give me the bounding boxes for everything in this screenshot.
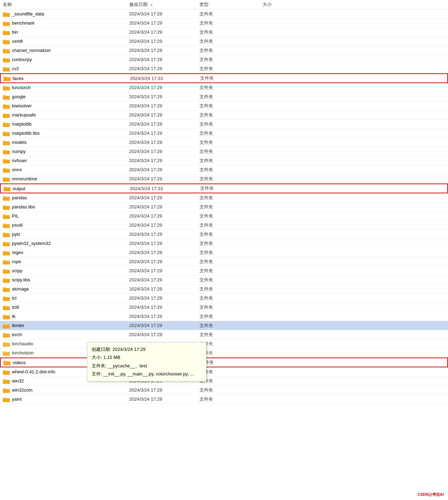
file-name-cell: yaml xyxy=(3,396,129,402)
file-date: 2024/3/24 17:29 xyxy=(129,396,199,402)
file-date: 2024/3/24 17:29 xyxy=(129,176,199,181)
table-row[interactable]: faces2024/3/24 17:33文件夹 xyxy=(0,73,448,83)
table-row[interactable]: win322024/3/24 17:29文件夹 xyxy=(0,376,448,386)
file-name-cell: onnx xyxy=(3,167,129,173)
table-row[interactable]: benchmark2024/3/24 17:29文件夹 xyxy=(0,19,448,28)
table-row[interactable]: tk2024/3/24 17:29文件夹 xyxy=(0,312,448,321)
table-row[interactable]: contourpy2024/3/24 17:29文件夹 xyxy=(0,55,448,64)
col-size-label: 大小 xyxy=(263,2,272,7)
file-name: win32 xyxy=(12,378,24,384)
file-name: contourpy xyxy=(12,57,32,62)
svg-rect-166 xyxy=(3,389,10,393)
file-name-cell: rope xyxy=(3,259,129,265)
svg-rect-91 xyxy=(3,214,6,215)
file-date: 2024/3/24 17:29 xyxy=(129,11,199,16)
table-row[interactable]: _soundfile_data2024/3/24 17:29文件夹 xyxy=(0,9,448,19)
svg-rect-70 xyxy=(3,169,10,173)
file-date: 2024/3/24 17:29 xyxy=(129,94,199,99)
file-type: 文件夹 xyxy=(199,38,263,45)
table-row[interactable]: skimage2024/3/24 17:29文件夹 xyxy=(0,285,448,294)
file-type: 文件夹 xyxy=(200,75,263,81)
file-type: 文件夹 xyxy=(199,231,263,238)
file-name: torchvision xyxy=(12,350,34,355)
table-row[interactable]: scipy.libs2024/3/24 17:29文件夹 xyxy=(0,275,448,285)
file-date: 2024/3/24 17:33 xyxy=(130,76,200,81)
folder-icon xyxy=(3,222,10,228)
folder-icon xyxy=(3,48,10,53)
table-row[interactable]: nvfuser2024/3/24 17:29文件夹 xyxy=(0,156,448,165)
file-name-cell: pandas xyxy=(3,195,129,201)
table-row[interactable]: numpy2024/3/24 17:29文件夹 xyxy=(0,147,448,156)
table-row[interactable]: tcl2024/3/24 17:29文件夹 xyxy=(0,294,448,303)
table-row[interactable]: torchaudio2024/3/24 17:29文件夹 xyxy=(0,339,448,348)
table-row[interactable]: matplotlib.libs2024/3/24 17:29文件夹 xyxy=(0,129,448,138)
table-row[interactable]: wheel-0.41.2.dist-info2024/3/24 17:29文件夹 xyxy=(0,367,448,376)
file-type: 文件夹 xyxy=(199,103,263,109)
table-row[interactable]: pandas2024/3/24 17:29文件夹 xyxy=(0,193,448,202)
svg-rect-10 xyxy=(3,31,10,35)
table-row[interactable]: models2024/3/24 17:29文件夹 xyxy=(0,138,448,147)
table-row[interactable]: PIL2024/3/24 17:29文件夹 xyxy=(0,212,448,221)
svg-rect-123 xyxy=(3,287,6,288)
file-name: faces xyxy=(13,76,24,81)
table-row[interactable]: onnx2024/3/24 17:29文件夹 xyxy=(0,165,448,174)
file-type: 文件夹 xyxy=(199,295,263,301)
table-row[interactable]: pandas.libs2024/3/24 17:29文件夹 xyxy=(0,202,448,212)
table-row[interactable]: charset_normalizer2024/3/24 17:29文件夹 xyxy=(0,46,448,55)
table-row[interactable]: scipy2024/3/24 17:29文件夹 xyxy=(0,266,448,275)
file-name-cell: google xyxy=(3,94,129,100)
file-type: 文件夹 xyxy=(199,259,263,265)
table-row[interactable]: output2024/3/24 17:33文件夹 xyxy=(0,184,448,193)
svg-rect-51 xyxy=(3,122,6,124)
file-type: 文件夹 xyxy=(199,11,263,17)
file-type: 文件夹 xyxy=(199,322,263,329)
watermark: CSDN@考拉AI xyxy=(417,492,444,497)
folder-icon xyxy=(3,57,10,62)
table-row[interactable]: rope2024/3/24 17:29文件夹 xyxy=(0,257,448,266)
table-row[interactable]: matplotlib2024/3/24 17:29文件夹 xyxy=(0,120,448,129)
table-row[interactable]: torchvision2024/3/24 17:29文件夹 xyxy=(0,348,448,358)
table-row[interactable]: cv22024/3/24 17:29文件夹 xyxy=(0,64,448,73)
table-row[interactable]: google2024/3/24 17:29文件夹 xyxy=(0,92,448,101)
svg-rect-23 xyxy=(3,58,6,59)
table-row[interactable]: pytz2024/3/24 17:29文件夹 xyxy=(0,230,448,239)
table-row[interactable]: yaml2024/3/24 17:29文件夹 xyxy=(0,395,448,404)
table-row[interactable]: onnxruntime2024/3/24 17:29文件夹 xyxy=(0,174,448,184)
file-type: 文件夹 xyxy=(199,20,263,26)
table-row[interactable]: videos2024/3/24 17:33文件夹 xyxy=(0,358,448,367)
table-row[interactable]: tcl82024/3/24 17:29文件夹 xyxy=(0,303,448,312)
file-type: 文件夹 xyxy=(199,158,263,164)
file-type: 文件夹 xyxy=(199,240,263,247)
file-name: win32com xyxy=(12,387,33,393)
table-row[interactable]: win32com2024/3/24 17:29文件夹 xyxy=(0,386,448,395)
table-row[interactable]: psutil2024/3/24 17:29文件夹 xyxy=(0,221,448,230)
file-name-cell: charset_normalizer xyxy=(3,48,129,53)
file-name: matplotlib.libs xyxy=(12,131,40,136)
file-type: 文件夹 xyxy=(199,396,263,402)
tooltip-files: 文件: __init__.py, __main__.py, colorchoos… xyxy=(92,370,202,378)
file-name-cell: scipy xyxy=(3,268,129,274)
svg-rect-131 xyxy=(3,306,6,307)
table-row[interactable]: torch2024/3/24 17:29文件夹 xyxy=(0,330,448,339)
file-date: 2024/3/24 17:29 xyxy=(129,149,199,154)
table-row[interactable]: certifi2024/3/24 17:29文件夹 xyxy=(0,37,448,46)
table-row[interactable]: bin2024/3/24 17:29文件夹 xyxy=(0,28,448,37)
file-name-cell: functorch xyxy=(3,85,129,91)
folder-icon xyxy=(3,131,10,136)
col-name-header[interactable]: 名称 xyxy=(3,1,129,8)
table-row[interactable]: kiwisolver2024/3/24 17:29文件夹 xyxy=(0,101,448,111)
svg-rect-26 xyxy=(3,68,10,72)
col-type-header[interactable]: 类型 xyxy=(199,1,263,8)
file-name-cell: skimage xyxy=(3,286,129,292)
tooltip-folders: 文件夹: __pycache__、test xyxy=(92,362,202,370)
table-row[interactable]: markupsafe2024/3/24 17:29文件夹 xyxy=(0,111,448,120)
table-row[interactable]: pywin32_system322024/3/24 17:29文件夹 xyxy=(0,239,448,248)
file-name: functorch xyxy=(12,85,31,90)
svg-rect-115 xyxy=(3,269,6,270)
col-date-header[interactable]: 修改日期 ∧ xyxy=(129,1,199,8)
table-row[interactable]: tkinter2024/3/24 17:29文件夹 xyxy=(0,321,448,330)
folder-icon xyxy=(3,232,10,237)
table-row[interactable]: functorch2024/3/24 17:29文件夹 xyxy=(0,83,448,92)
col-size-header[interactable]: 大小 xyxy=(263,1,305,8)
table-row[interactable]: regex2024/3/24 17:29文件夹 xyxy=(0,248,448,257)
